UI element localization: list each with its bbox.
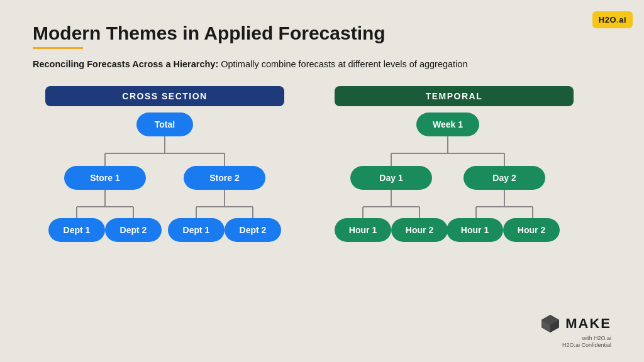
subtitle: Reconciling Forecasts Across a Hierarchy… (33, 58, 473, 71)
temporal-tree: Week 1 Day 1 Day 2 (322, 106, 586, 270)
make-text: MAKE (565, 315, 611, 332)
bottom-logo: MAKE with H2O.ai H2O.ai Confidential (539, 312, 611, 349)
svg-text:Dept 1: Dept 1 (183, 225, 210, 235)
temporal-svg: Week 1 Day 1 Day 2 (335, 106, 574, 270)
title-underline (33, 47, 83, 49)
temporal-diagram: TEMPORAL Week 1 Day 1 (322, 86, 586, 270)
subtitle-bold: Reconciling Forecasts Across a Hierarchy… (33, 59, 218, 69)
slide: H2O.ai Modern Themes in Applied Forecast… (0, 0, 644, 362)
make-sub-text: with H2O.ai H2O.ai Confidential (562, 335, 611, 349)
svg-text:Store 1: Store 1 (90, 173, 120, 183)
make-logo-container: MAKE (539, 312, 611, 335)
cross-section-svg: Total Store 1 Store 2 (45, 106, 284, 270)
svg-text:Total: Total (155, 119, 175, 129)
svg-text:Week 1: Week 1 (433, 119, 463, 129)
cross-section-diagram: CROSS SECTION Total (33, 86, 297, 270)
svg-text:Dept 1: Dept 1 (64, 225, 91, 235)
page-title: Modern Themes in Applied Forecasting (33, 23, 611, 43)
logo-text: H2O (599, 15, 616, 25)
svg-text:Dept 2: Dept 2 (120, 225, 147, 235)
diagrams-container: CROSS SECTION Total (33, 86, 611, 270)
svg-text:Hour 2: Hour 2 (518, 225, 546, 235)
make-with: with H2O.ai (562, 335, 611, 343)
svg-text:Day 2: Day 2 (492, 173, 516, 183)
make-confidential: H2O.ai Confidential (562, 342, 611, 349)
svg-text:Day 1: Day 1 (379, 173, 403, 183)
svg-text:Dept 2: Dept 2 (240, 225, 267, 235)
make-cube-icon (539, 312, 562, 335)
cross-section-header: CROSS SECTION (45, 86, 284, 106)
svg-text:Hour 2: Hour 2 (406, 225, 434, 235)
cross-section-tree: Total Store 1 Store 2 (33, 106, 297, 270)
temporal-header: TEMPORAL (335, 86, 574, 106)
subtitle-normal: Optimally combine forecasts at different… (218, 59, 467, 69)
logo-suffix: ai (619, 15, 626, 25)
h2o-logo-badge: H2O.ai (592, 11, 633, 28)
svg-text:Hour 1: Hour 1 (349, 225, 377, 235)
svg-text:Hour 1: Hour 1 (461, 225, 489, 235)
svg-text:Store 2: Store 2 (209, 173, 240, 183)
